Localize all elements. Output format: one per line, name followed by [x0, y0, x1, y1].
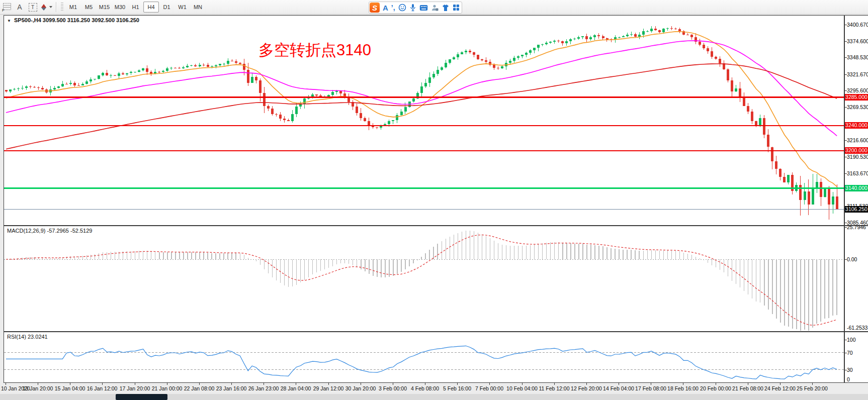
time-tickmark	[425, 383, 425, 385]
time-axis-label: 21 Feb 08:00	[732, 385, 763, 391]
macd-signal-value: -52.5129	[70, 228, 92, 234]
time-tickmark	[70, 383, 70, 385]
ime-punctuation-icon[interactable]: ’,	[391, 4, 395, 12]
toolbar-separator	[56, 2, 57, 12]
ime-emoji-icon[interactable]	[398, 4, 406, 12]
price-tick: 3269.530	[847, 104, 868, 110]
time-axis-label: 4 Feb 08:00	[411, 385, 439, 391]
time-tickmark	[328, 383, 329, 385]
ime-keyboard-icon[interactable]	[419, 5, 428, 11]
time-tickmark	[167, 383, 167, 385]
chart-title: ▼ SP500-,H4 3099.500 3116.250 3092.500 3…	[7, 17, 139, 23]
sogou-logo-icon[interactable]: S	[370, 3, 380, 13]
time-tickmark	[264, 383, 264, 385]
text-box-tool-button[interactable]: T	[27, 1, 39, 13]
price-tick: 3374.600	[847, 38, 868, 44]
time-tickmark	[457, 383, 458, 385]
rsi-tick: 70	[847, 350, 853, 356]
main-chart-panel[interactable]: ▼ SP500-,H4 3099.500 3116.250 3092.500 3…	[4, 15, 844, 226]
bottom-strip	[0, 394, 868, 400]
macd-value: -57.2965	[47, 228, 68, 234]
time-axis-label: 12 Feb 20:00	[571, 385, 602, 391]
price-level-badge: 3106.250	[845, 206, 868, 213]
chevron-down-icon	[49, 6, 52, 8]
time-axis-label: 23 Jan 16:00	[216, 385, 247, 391]
macd-axis: 25.7946 0.00 -61.2533	[844, 226, 868, 332]
timeframe-h4[interactable]: H4	[143, 2, 159, 13]
svg-text:F: F	[2, 8, 5, 12]
time-axis-label: 18 Feb 16:00	[667, 385, 699, 391]
time-tickmark	[651, 383, 651, 385]
rsi-axis: 100 70 30 0	[844, 332, 868, 383]
time-tickmark	[748, 383, 748, 385]
ohlc-open: 3099.500	[43, 17, 66, 23]
macd-label: MACD(12,26,9) -57.2965 -52.5129	[7, 228, 92, 234]
time-tickmark	[393, 383, 393, 385]
time-axis[interactable]: 10 Jan 2020 13 Jan 20:00 15 Jan 04:00 16…	[0, 383, 868, 394]
ohlc-low: 3092.500	[92, 17, 115, 23]
text-label-icon: A	[17, 3, 22, 11]
price-tick: 3190.530	[847, 154, 868, 160]
time-axis-label: 7 Feb 00:00	[475, 385, 503, 391]
macd-tick: 0.00	[847, 256, 857, 262]
time-axis-label: 10 Feb 04:00	[506, 385, 538, 391]
time-axis-label: 17 Feb 08:00	[635, 385, 666, 391]
price-axis: 3400.670 3374.600 3348.530 3321.670 3295…	[844, 15, 868, 226]
time-axis-label: 17 Jan 20:00	[120, 385, 150, 391]
fibonacci-tool-button[interactable]: F	[1, 1, 13, 13]
price-level-badge: 3285.000	[845, 94, 868, 101]
timeframe-group: M1M5M15M30H1H4D1W1MN	[65, 2, 206, 13]
toolbar: F A T M1M5M15M30H1H4D1W1MN S A ’,	[0, 0, 868, 15]
macd-panel[interactable]: MACD(12,26,9) -57.2965 -52.5129	[4, 226, 844, 332]
time-tickmark	[554, 383, 555, 385]
time-tickmark	[586, 383, 587, 385]
toolbar-grip[interactable]	[61, 3, 63, 12]
time-tickmark	[780, 383, 780, 385]
text-annotation: 多空转折点3140	[258, 40, 371, 61]
time-axis-label: 22 Jan 08:00	[184, 385, 215, 391]
time-tickmark	[199, 383, 200, 385]
arrows-icon	[40, 4, 48, 11]
timeframe-h1[interactable]: H1	[128, 2, 143, 13]
timeframe-w1[interactable]: W1	[175, 2, 190, 13]
time-axis-label: 26 Jan 23:00	[248, 385, 279, 391]
text-label-tool-button[interactable]: A	[14, 1, 26, 13]
ohlc-high: 3116.250	[67, 17, 90, 23]
rsi-tick: 0	[847, 376, 850, 382]
price-tick: 3400.670	[847, 22, 868, 28]
time-axis-label: 20 Feb 00:00	[700, 385, 731, 391]
rsi-label: RSI(14) 23.0241	[7, 334, 48, 340]
time-tickmark	[522, 383, 523, 385]
ime-skin-icon[interactable]	[442, 4, 450, 12]
timeframe-m30[interactable]: M30	[112, 2, 128, 13]
arrows-tool-button[interactable]	[40, 1, 53, 13]
chart-expander-icon[interactable]: ▼	[7, 19, 11, 23]
ime-language-icon[interactable]: A	[383, 4, 388, 12]
time-axis-label: 3 Feb 00:00	[379, 385, 407, 391]
macd-chart	[4, 226, 844, 331]
time-tickmark	[489, 383, 490, 385]
timeframe-m5[interactable]: M5	[81, 2, 97, 13]
time-axis-label: 14 Feb 04:00	[603, 385, 634, 391]
timeframe-m1[interactable]: M1	[65, 2, 81, 13]
rsi-panel[interactable]: RSI(14) 23.0241	[4, 332, 844, 383]
symbol-period: SP500-,H4	[14, 17, 41, 23]
taskbar-fragment[interactable]	[116, 394, 167, 400]
rsi-tick: 100	[847, 337, 856, 343]
time-axis-label: 29 Jan 12:00	[313, 385, 344, 391]
timeframe-d1[interactable]: D1	[159, 2, 175, 13]
price-level-badge: 3140.000	[845, 185, 868, 191]
time-axis-label: 28 Jan 04:00	[281, 385, 311, 391]
time-axis-label: 25 Feb 20:00	[797, 385, 828, 391]
timeframe-m15[interactable]: M15	[97, 2, 112, 13]
ime-account-icon[interactable]	[431, 4, 439, 12]
timeframe-mn[interactable]: MN	[190, 2, 206, 13]
time-tickmark	[296, 383, 296, 385]
ime-toolbox-icon[interactable]	[453, 4, 460, 11]
price-tick: 3216.600	[847, 137, 868, 143]
text-box-icon: T	[29, 3, 37, 12]
ime-microphone-icon[interactable]	[409, 4, 416, 12]
time-axis-label: 30 Jan 20:00	[345, 385, 376, 391]
macd-tick: -61.2533	[847, 325, 867, 331]
macd-tick: 25.7946	[847, 224, 866, 230]
